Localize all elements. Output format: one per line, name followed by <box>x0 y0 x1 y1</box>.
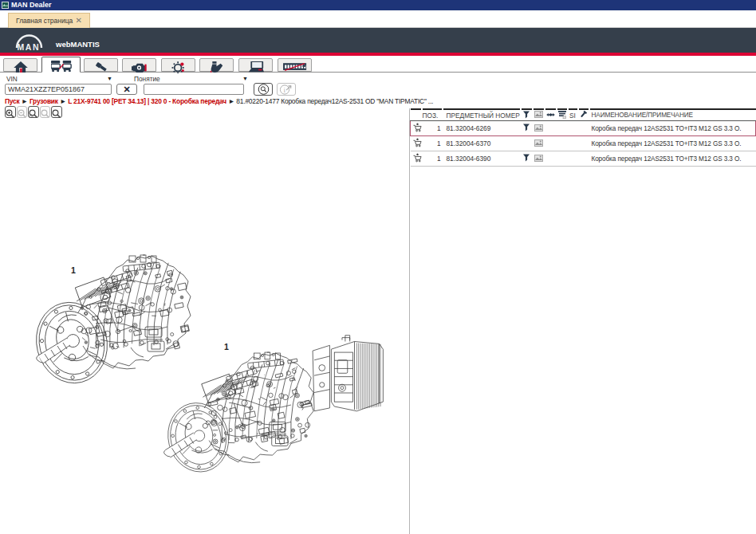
svg-text:1: 1 <box>71 265 76 275</box>
svg-text:i: i <box>284 86 286 94</box>
svg-text:MAN: MAN <box>18 42 41 51</box>
svg-text:1: 1 <box>224 342 229 351</box>
